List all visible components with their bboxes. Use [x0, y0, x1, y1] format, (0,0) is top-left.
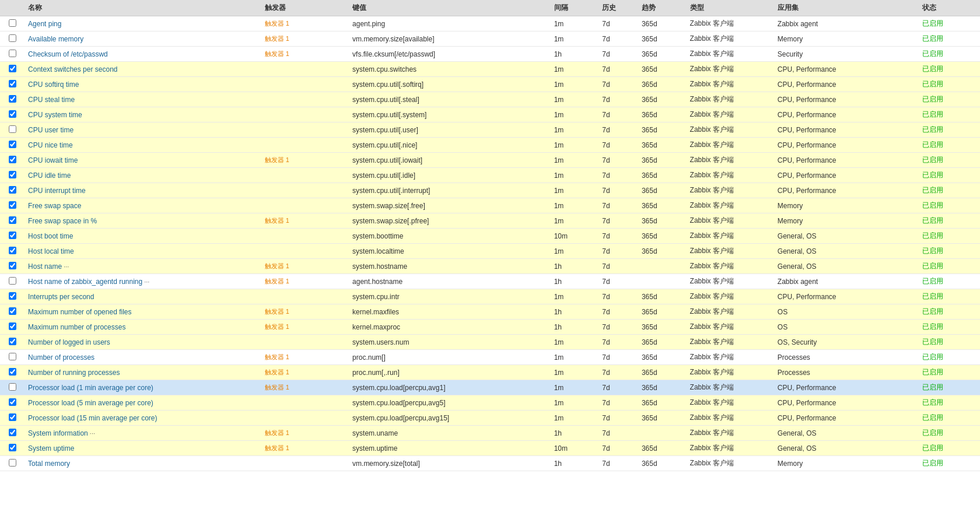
trigger-badge[interactable]: 触发器 1 [265, 368, 289, 377]
trigger-badge[interactable]: 触发器 1 [265, 19, 289, 28]
table-row: CPU iowait time触发器 1system.cpu.util[.iow… [0, 153, 980, 168]
history-cell: 7d [598, 259, 638, 274]
row-checkbox[interactable] [9, 247, 16, 254]
row-checkbox[interactable] [9, 368, 16, 376]
item-name-link[interactable]: Checksum of /etc/passwd [28, 50, 108, 58]
item-name-link[interactable]: Agent ping [28, 20, 61, 28]
row-checkbox-cell [0, 304, 24, 320]
row-checkbox[interactable] [9, 95, 16, 103]
row-checkbox[interactable] [9, 19, 16, 27]
row-checkbox[interactable] [9, 232, 16, 239]
item-dots-menu[interactable]: ··· [88, 430, 95, 437]
item-name-link[interactable]: Host name [28, 262, 62, 271]
status-badge: 已启用 [922, 459, 943, 467]
interval-cell: 1m [551, 16, 599, 31]
row-checkbox[interactable] [9, 156, 16, 163]
item-name-link[interactable]: Host name of zabbix_agentd running [28, 278, 142, 286]
row-checkbox[interactable] [9, 125, 16, 133]
row-checkbox[interactable] [9, 292, 16, 300]
trigger-badge[interactable]: 触发器 1 [265, 34, 289, 43]
item-name-link[interactable]: Interrupts per second [28, 293, 94, 301]
status-cell: 已启用 [919, 244, 980, 259]
row-checkbox[interactable] [9, 262, 16, 269]
trigger-cell [261, 107, 349, 122]
row-checkbox[interactable] [9, 353, 16, 360]
row-checkbox[interactable] [9, 429, 16, 436]
item-dots-menu[interactable]: ··· [142, 278, 149, 285]
row-checkbox[interactable] [9, 50, 16, 57]
row-checkbox[interactable] [9, 459, 16, 467]
status-badge: 已启用 [922, 398, 943, 406]
history-cell: 7d [598, 274, 638, 289]
item-name-link[interactable]: CPU nice time [28, 141, 73, 149]
trigger-badge[interactable]: 触发器 1 [265, 353, 289, 362]
row-checkbox[interactable] [9, 216, 16, 224]
trigger-badge[interactable]: 触发器 1 [265, 50, 289, 58]
item-name-link[interactable]: CPU idle time [28, 171, 71, 180]
item-name-link[interactable]: Number of logged in users [28, 338, 110, 346]
item-name-link[interactable]: Free swap space [28, 202, 81, 210]
header-key: 键值 [349, 0, 551, 16]
row-checkbox[interactable] [9, 413, 16, 421]
item-name-link[interactable]: Maximum number of opened files [28, 308, 131, 316]
status-badge: 已启用 [922, 110, 943, 118]
row-checkbox[interactable] [9, 322, 16, 330]
row-checkbox-cell [0, 320, 24, 335]
item-dots-menu[interactable]: ··· [62, 263, 69, 270]
row-checkbox[interactable] [9, 383, 16, 391]
trigger-badge[interactable]: 触发器 1 [265, 156, 289, 164]
item-name-link[interactable]: CPU system time [28, 111, 82, 119]
trigger-badge[interactable]: 触发器 1 [265, 322, 289, 331]
item-name-link[interactable]: Number of running processes [28, 369, 120, 377]
trigger-badge[interactable]: 触发器 1 [265, 277, 289, 286]
trigger-badge[interactable]: 触发器 1 [265, 429, 289, 437]
status-badge: 已启用 [922, 338, 943, 346]
item-name-link[interactable]: CPU interrupt time [28, 187, 86, 195]
trigger-badge[interactable]: 触发器 1 [265, 444, 289, 453]
status-cell: 已启用 [919, 168, 980, 183]
item-name-link[interactable]: CPU user time [28, 126, 74, 134]
key-cell: system.localtime [349, 244, 551, 259]
row-checkbox[interactable] [9, 141, 16, 148]
row-checkbox[interactable] [9, 444, 16, 451]
status-cell: 已启用 [919, 411, 980, 426]
row-checkbox[interactable] [9, 186, 16, 194]
item-name-link[interactable]: Host local time [28, 247, 74, 255]
row-checkbox[interactable] [9, 110, 16, 118]
item-name-link[interactable]: Available memory [28, 35, 83, 43]
item-name-link[interactable]: Processor load (15 min average per core) [28, 414, 157, 422]
trigger-badge[interactable]: 触发器 1 [265, 216, 289, 225]
item-name-link[interactable]: Maximum number of processes [28, 323, 125, 331]
row-checkbox[interactable] [9, 80, 16, 87]
item-name-link[interactable]: Context switches per second [28, 65, 117, 73]
item-name-link[interactable]: CPU steal time [28, 96, 75, 104]
row-checkbox[interactable] [9, 398, 16, 406]
history-cell: 7d [598, 320, 638, 335]
trigger-badge[interactable]: 触发器 1 [265, 307, 289, 316]
item-name-link[interactable]: Number of processes [28, 353, 94, 362]
header-type: 类型 [687, 0, 774, 16]
item-name-link[interactable]: Total memory [28, 460, 70, 468]
row-checkbox-cell [0, 350, 24, 365]
table-row: Available memory触发器 1vm.memory.size[avai… [0, 31, 980, 47]
trigger-cell [261, 244, 349, 259]
item-name-link[interactable]: Host boot time [28, 232, 73, 240]
row-checkbox[interactable] [9, 201, 16, 209]
item-name-link[interactable]: System information [28, 429, 88, 437]
history-cell: 7d [598, 335, 638, 350]
row-checkbox[interactable] [9, 34, 16, 42]
row-checkbox[interactable] [9, 277, 16, 285]
trends-cell: 365d [638, 456, 687, 471]
row-checkbox[interactable] [9, 307, 16, 315]
item-name-link[interactable]: Processor load (5 min average per core) [28, 399, 153, 407]
item-name-link[interactable]: Processor load (1 min average per core) [28, 384, 153, 392]
row-checkbox[interactable] [9, 338, 16, 345]
item-name-link[interactable]: Free swap space in % [28, 217, 97, 225]
row-checkbox[interactable] [9, 65, 16, 72]
item-name-link[interactable]: CPU iowait time [28, 156, 78, 164]
row-checkbox[interactable] [9, 171, 16, 178]
trigger-badge[interactable]: 触发器 1 [265, 262, 289, 271]
trigger-badge[interactable]: 触发器 1 [265, 383, 289, 392]
item-name-link[interactable]: System uptime [28, 444, 74, 453]
item-name-link[interactable]: CPU softirq time [28, 80, 79, 89]
